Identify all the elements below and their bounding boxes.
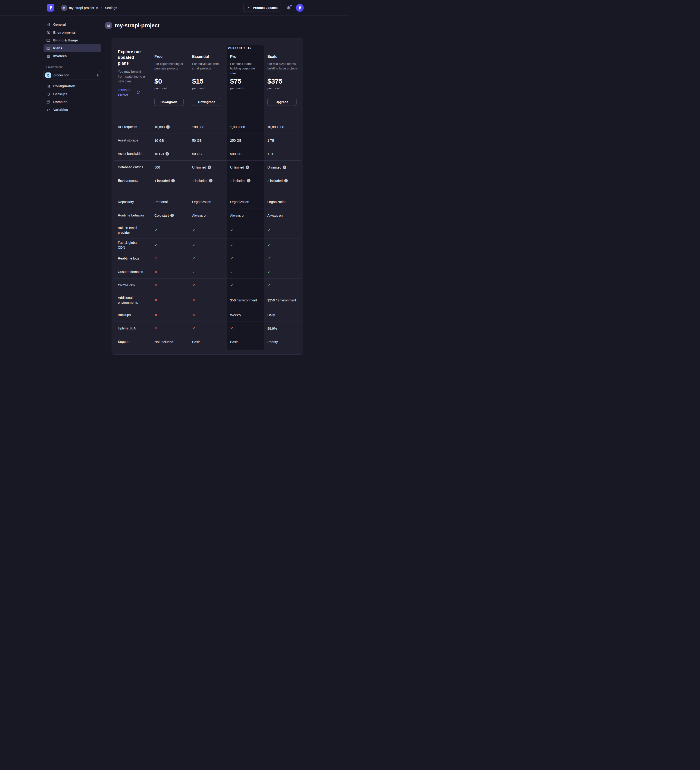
info-icon[interactable]: i [284,179,288,183]
feature-value-text: $250 / environment [267,298,296,302]
feature-value: ✓ [230,228,267,232]
feature-value: Priority [267,340,301,344]
feature-value: Cold starti [154,214,192,217]
plan-price: $375 [267,77,301,85]
feature-value: ✓ [230,243,267,247]
feature-value: ✕ [192,313,230,317]
plan-description: For experimenting or personal projects [154,61,186,76]
breadcrumb-project-selector[interactable]: M my-strapi-project [61,5,98,11]
feature-value: Basic [230,340,267,344]
breadcrumb: / M my-strapi-project / Settings [47,0,117,16]
product-updates-button[interactable]: Product updates [244,4,281,12]
strapi-logo[interactable] [47,4,54,11]
feature-value-text: Cold start [154,214,169,217]
feature-value: 10 GBi [154,152,192,156]
info-icon[interactable]: i [283,165,286,169]
feature-value-text: 100,000 [192,125,204,129]
feature-value: 1 includedi [230,179,267,183]
receipt-icon [46,54,50,58]
info-icon[interactable]: i [166,125,170,129]
check-icon: ✓ [230,243,233,247]
feature-value: ✕ [154,284,192,287]
feature-label: Environments [118,178,154,183]
info-icon[interactable]: i [208,165,211,169]
code-icon [46,108,50,112]
user-avatar[interactable] [296,4,304,12]
feature-label: Uptime SLA [118,326,154,331]
feature-value: 1 includedi [154,179,192,183]
feature-value-text: $50 / environment [230,298,257,302]
feature-value: 10 GB [154,139,192,142]
terms-of-service-link[interactable]: Terms of service [118,87,133,97]
sidebar-item-label: Billing & Usage [53,39,78,42]
sparkles-icon [247,6,251,10]
feature-value: 10,000i [154,125,192,129]
sidebar-item-variables[interactable]: Variables [44,106,101,114]
cross-icon: ✕ [192,313,195,317]
sidebar-item-backups[interactable]: Backups [44,90,101,98]
feature-value-text: Unlimited [192,165,206,169]
feature-value: ✕ [192,298,230,302]
cross-icon: ✕ [154,284,157,287]
notifications-button[interactable] [286,6,291,10]
layers-icon [46,31,50,34]
feature-value: ✓ [192,228,230,232]
check-icon: ✓ [267,257,271,260]
sidebar-item-domains[interactable]: Domains [44,98,101,106]
sidebar-item-invoices[interactable]: Invoices [44,52,101,60]
cross-icon: ✕ [154,327,157,330]
feature-row-uptime-sla: Uptime SLA✕✕✕99.9% [114,322,301,335]
feature-value: ✕ [154,257,192,260]
sliders-icon [46,23,50,27]
info-icon[interactable]: i [247,179,251,183]
sidebar-item-environments[interactable]: Environments [44,29,101,36]
feature-value: Personal [154,200,192,204]
feature-value-text: Priority [267,340,278,344]
feature-value-text: 1 TB [267,139,274,142]
feature-value: 1 TB [267,139,301,142]
plan-period: per month [192,87,230,90]
feature-label: Backups [118,312,154,317]
sidebar-item-label: Variables [53,108,68,112]
info-icon[interactable]: i [165,152,169,155]
plan-period: per month [267,87,301,90]
sidebar-item-general[interactable]: General [44,21,101,29]
feature-value: 2 includedi [267,179,301,183]
info-icon[interactable]: i [171,179,175,183]
feature-value: Unlimitedi [230,165,267,169]
feature-value: Always on [230,214,267,217]
feature-value-text: 1 included [230,179,246,183]
feature-label: Asset storage [118,138,154,142]
feature-label: API requests [118,125,154,129]
sidebar-item-configuration[interactable]: Configuration [44,82,101,90]
check-icon: ✓ [267,243,271,247]
table-group-gap [112,187,303,195]
feature-row-real-time-logs: Real-time logs✕✓✓✓ [114,252,301,265]
map-icon [46,46,50,50]
downgrade-button-free[interactable]: Downgrade [154,98,184,106]
avatar-strapi-icon [298,6,302,10]
feature-value-text: Always on [192,214,207,217]
feature-value-text: 1 included [192,179,207,183]
feature-value: Organization [267,200,301,204]
info-icon[interactable]: i [209,179,212,183]
feature-row-asset-bandwidth: Asset bandwidth10 GBi50 GB500 GB1 TB [114,147,301,160]
sidebar-item-plans[interactable]: Plans [44,44,101,52]
feature-label: Support [118,340,154,344]
downgrade-button-essential[interactable]: Downgrade [192,98,221,106]
info-icon[interactable]: i [170,214,174,217]
feature-value: ✕ [192,284,230,287]
check-icon: ✓ [192,270,196,274]
feature-value-text: Always on [267,214,283,217]
feature-value: 1 TB [267,152,301,156]
feature-value-text: 250 GB [230,139,241,142]
environment-select[interactable]: production [44,71,101,79]
plan-price: $15 [192,77,230,85]
sidebar-item-billing-usage[interactable]: Billing & Usage [44,36,101,44]
refresh-icon [46,92,50,96]
settings-sidebar: GeneralEnvironmentsBilling & UsagePlansI… [44,21,101,114]
info-icon[interactable]: i [246,165,249,169]
upgrade-button-scale[interactable]: Upgrade [267,98,296,106]
feature-value: $50 / environment [230,298,267,302]
plan-description: For individuals with small projects [192,61,224,76]
